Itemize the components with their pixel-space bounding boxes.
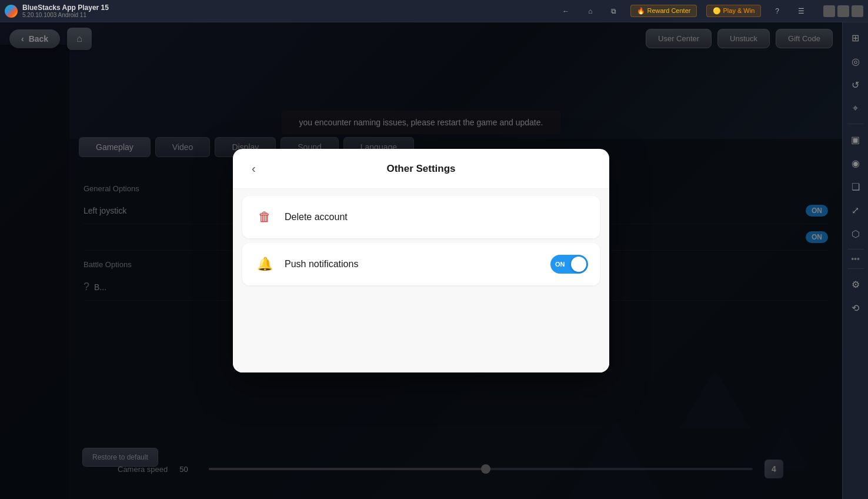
- modal-back-button[interactable]: ‹: [247, 159, 261, 178]
- sidebar-divider-3: [847, 268, 864, 269]
- trash-icon: 🗑: [254, 207, 275, 228]
- bell-icon: 🔔: [254, 254, 275, 275]
- sidebar-resize-icon[interactable]: ⤢: [845, 199, 866, 221]
- modal-title: Other Settings: [386, 163, 455, 175]
- main-content: ‹ Back ⌂ User Center Unstuck Gift Code y…: [0, 22, 842, 499]
- reward-center-btn[interactable]: 🔥 Reward Center: [630, 5, 697, 17]
- app-version: 5.20.10.1003 Android 11: [22, 12, 557, 18]
- sidebar-circle-icon[interactable]: ◎: [845, 51, 866, 72]
- help-btn[interactable]: ?: [770, 6, 784, 16]
- play-win-btn[interactable]: 🟡 Play & Win: [706, 5, 761, 17]
- app-info: BlueStacks App Player 15 5.20.10.1003 An…: [22, 4, 557, 18]
- sidebar-hex-icon[interactable]: ⬡: [845, 223, 866, 244]
- sidebar-refresh-icon[interactable]: ↺: [845, 74, 866, 95]
- push-notifications-toggle[interactable]: ON: [550, 255, 588, 274]
- hamburger-btn[interactable]: ☰: [793, 6, 809, 16]
- right-sidebar: ⊞ ◎ ↺ ⌖ ▣ ◉ ❏ ⤢ ⬡ ••• ⚙ ⟲: [842, 22, 868, 499]
- sidebar-target-icon[interactable]: ⌖: [845, 98, 866, 119]
- nav-home-btn[interactable]: ⌂: [583, 6, 597, 16]
- modal-body: 🗑 Delete account 🔔 Push notifications ON: [233, 189, 609, 372]
- sidebar-screenshot-icon[interactable]: ▣: [845, 129, 866, 150]
- delete-account-label: Delete account: [285, 212, 588, 222]
- modal-overlay: ‹ Other Settings 🗑 Delete account 🔔 Push…: [0, 22, 842, 499]
- titlebar: BlueStacks App Player 15 5.20.10.1003 An…: [0, 0, 868, 22]
- minimize-btn[interactable]: —: [823, 5, 835, 17]
- push-notifications-label: Push notifications: [285, 259, 541, 270]
- app-name: BlueStacks App Player 15: [22, 4, 557, 12]
- toggle-on-label: ON: [555, 261, 565, 268]
- push-notifications-item: 🔔 Push notifications ON: [242, 243, 600, 285]
- sidebar-more-icon[interactable]: •••: [851, 254, 860, 264]
- titlebar-controls: ← ⌂ ⧉ 🔥 Reward Center 🟡 Play & Win ? ☰ —…: [557, 5, 863, 17]
- sidebar-grid-icon[interactable]: ⊞: [845, 27, 866, 48]
- bluestacks-logo: [5, 5, 18, 18]
- sidebar-layers-icon[interactable]: ❏: [845, 176, 866, 197]
- nav-menu-btn[interactable]: ⧉: [606, 6, 621, 16]
- sidebar-camera-icon[interactable]: ◉: [845, 152, 866, 174]
- other-settings-modal: ‹ Other Settings 🗑 Delete account 🔔 Push…: [233, 149, 609, 372]
- delete-account-item[interactable]: 🗑 Delete account: [242, 196, 600, 238]
- maximize-btn[interactable]: □: [837, 5, 849, 17]
- sidebar-settings-icon[interactable]: ⚙: [845, 274, 866, 295]
- sidebar-divider-2: [847, 249, 864, 250]
- sidebar-divider-1: [847, 124, 864, 124]
- sidebar-rotate-icon[interactable]: ⟲: [845, 297, 866, 318]
- window-controls: — □ ✕: [823, 5, 863, 17]
- modal-header: ‹ Other Settings: [233, 149, 609, 189]
- close-btn[interactable]: ✕: [852, 5, 863, 17]
- toggle-thumb: [571, 257, 586, 272]
- nav-back-btn[interactable]: ←: [557, 6, 574, 16]
